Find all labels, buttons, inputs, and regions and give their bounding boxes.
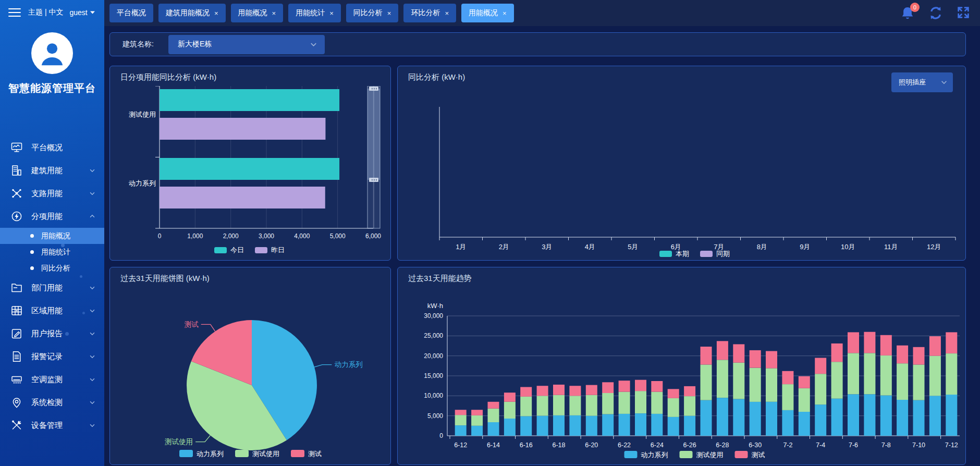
datazoom-slider[interactable] bbox=[368, 86, 380, 228]
report-icon bbox=[10, 327, 23, 340]
theme-language-switch[interactable]: 主题 | 中文 bbox=[28, 8, 63, 17]
sidebar-item-建筑用能[interactable]: 建筑用能 bbox=[0, 159, 104, 182]
stacked-bar[interactable] bbox=[929, 336, 941, 436]
sidebar-subitem-同比分析[interactable]: 同比分析 bbox=[0, 260, 104, 276]
sidebar-item-空调监测[interactable]: 空调监测 bbox=[0, 368, 104, 391]
monitor-icon bbox=[10, 141, 23, 154]
stacked-bar[interactable] bbox=[913, 347, 925, 436]
tab-strip: 平台概况建筑用能概况×用能概况×用能统计×同比分析×环比分析×用能概况× bbox=[109, 4, 514, 22]
close-icon[interactable]: × bbox=[445, 9, 449, 17]
legend-entry[interactable]: 测试使用 bbox=[235, 450, 279, 458]
sidebar-item-label: 系统检测 bbox=[31, 398, 63, 408]
legend-entry[interactable]: 昨日 bbox=[255, 246, 285, 254]
stacked-bar[interactable] bbox=[488, 402, 499, 436]
stacked-bar[interactable] bbox=[766, 351, 777, 436]
stacked-bar[interactable] bbox=[537, 386, 548, 436]
close-icon[interactable]: × bbox=[329, 9, 334, 17]
svg-text:测试使用: 测试使用 bbox=[696, 451, 724, 459]
svg-text:动力系列: 动力系列 bbox=[197, 450, 224, 458]
stacked-bar[interactable] bbox=[619, 381, 630, 436]
svg-text:9月: 9月 bbox=[800, 243, 810, 251]
sidebar-subitem-用能统计[interactable]: 用能统计 bbox=[0, 244, 104, 260]
stacked-bar[interactable] bbox=[602, 382, 614, 436]
legend-entry[interactable]: 同期 bbox=[700, 250, 730, 257]
sidebar-menu: 平台概况建筑用能支路用能分项用能用能概况用能统计同比分析部门用能区域用能用户报告… bbox=[0, 136, 104, 437]
legend-entry[interactable]: 测试 bbox=[735, 451, 765, 459]
sidebar-subitem-用能概况[interactable]: 用能概况 bbox=[0, 228, 104, 244]
tab-平台概况[interactable]: 平台概况 bbox=[109, 4, 153, 22]
building-name-label: 建筑名称: bbox=[123, 40, 154, 49]
building-select[interactable]: 新大楼E栋 bbox=[168, 35, 325, 54]
svg-text:6-16: 6-16 bbox=[520, 442, 533, 449]
sidebar-item-支路用能[interactable]: 支路用能 bbox=[0, 182, 104, 205]
sidebar-item-平台概况[interactable]: 平台概况 bbox=[0, 136, 104, 159]
stacked-bar[interactable] bbox=[864, 332, 875, 436]
sidebar-item-设备管理[interactable]: 设备管理 bbox=[0, 414, 104, 437]
stacked-bar[interactable] bbox=[504, 393, 516, 436]
svg-text:6-22: 6-22 bbox=[618, 442, 631, 449]
refresh-icon[interactable] bbox=[928, 5, 944, 21]
close-icon[interactable]: × bbox=[272, 9, 276, 17]
bell-icon[interactable]: 0 bbox=[900, 5, 915, 21]
svg-text:测试使用: 测试使用 bbox=[165, 438, 193, 446]
stacked-bar[interactable] bbox=[684, 386, 695, 436]
stacked-bar[interactable] bbox=[815, 358, 826, 436]
stacked-bar[interactable] bbox=[897, 346, 908, 436]
sidebar-item-分项用能[interactable]: 分项用能 bbox=[0, 205, 104, 228]
stacked-bar[interactable] bbox=[717, 341, 728, 436]
legend-entry[interactable]: 动力系列 bbox=[624, 451, 668, 459]
stacked-bar[interactable] bbox=[455, 410, 467, 436]
stacked-bar[interactable] bbox=[848, 332, 859, 436]
stacked-bar[interactable] bbox=[782, 371, 793, 436]
stacked-bar[interactable] bbox=[553, 385, 565, 436]
sidebar-item-系统检测[interactable]: 系统检测 bbox=[0, 391, 104, 414]
sidebar-item-报警记录[interactable]: 报警记录 bbox=[0, 345, 104, 368]
legend-entry[interactable]: 动力系列 bbox=[179, 450, 224, 458]
svg-text:6-24: 6-24 bbox=[651, 442, 664, 449]
user-menu[interactable]: guest bbox=[69, 8, 95, 17]
sidebar-item-label: 空调监测 bbox=[31, 375, 63, 385]
tab-用能概况[interactable]: 用能概况× bbox=[231, 4, 284, 22]
sidebar-item-区域用能[interactable]: 区域用能 bbox=[0, 299, 104, 322]
stacked-bar[interactable] bbox=[799, 376, 810, 436]
close-icon[interactable]: × bbox=[214, 9, 218, 17]
tab-环比分析[interactable]: 环比分析× bbox=[403, 4, 456, 22]
stacked-bar[interactable] bbox=[880, 335, 892, 436]
stacked-bar[interactable] bbox=[586, 385, 597, 436]
stacked-bar[interactable] bbox=[569, 386, 581, 436]
svg-text:测试使用: 测试使用 bbox=[129, 111, 156, 118]
legend-entry[interactable]: 测试 bbox=[291, 450, 322, 458]
close-icon[interactable]: × bbox=[387, 9, 391, 17]
building-icon bbox=[10, 164, 23, 177]
stacked-bar[interactable] bbox=[946, 332, 957, 436]
stacked-bar[interactable] bbox=[750, 350, 761, 436]
svg-text:15,000: 15,000 bbox=[424, 372, 443, 379]
tab-同比分析[interactable]: 同比分析× bbox=[346, 4, 399, 22]
app-root: 主题 | 中文 guest 智慧能源管理平台 平台概况建筑用能支路用能分项用能用… bbox=[0, 0, 980, 466]
sidebar-item-部门用能[interactable]: 部门用能 bbox=[0, 276, 104, 299]
h-bar bbox=[160, 89, 339, 111]
stacked-bar[interactable] bbox=[635, 380, 646, 436]
legend-entry[interactable]: 测试使用 bbox=[680, 451, 724, 459]
fullscreen-icon[interactable] bbox=[956, 5, 972, 21]
stacked-bar[interactable] bbox=[701, 347, 712, 436]
stacked-bar[interactable] bbox=[831, 344, 843, 436]
tab-建筑用能概况[interactable]: 建筑用能概况× bbox=[158, 4, 226, 22]
close-icon[interactable]: × bbox=[503, 9, 507, 17]
stacked-bar[interactable] bbox=[668, 389, 679, 436]
system-icon bbox=[10, 396, 23, 409]
stacked-bar[interactable] bbox=[520, 387, 532, 436]
stacked-bar[interactable] bbox=[651, 381, 663, 436]
tab-用能概况[interactable]: 用能概况× bbox=[461, 4, 514, 22]
legend-entry[interactable]: 今日 bbox=[214, 246, 244, 254]
panel-title: 过去31天用能饼图 (kW·h) bbox=[120, 274, 210, 284]
tab-用能统计[interactable]: 用能统计× bbox=[288, 4, 341, 22]
pie-chart: 动力系列测试使用测试动力系列测试使用测试 bbox=[110, 287, 391, 465]
stacked-bar[interactable] bbox=[733, 344, 744, 436]
sidebar-item-用户报告[interactable]: 用户报告 bbox=[0, 322, 104, 345]
legend-entry[interactable]: 本期 bbox=[659, 250, 689, 257]
svg-text:0: 0 bbox=[439, 432, 443, 439]
stacked-bar[interactable] bbox=[471, 410, 483, 436]
hamburger-menu-icon[interactable] bbox=[8, 6, 21, 19]
building-icon bbox=[10, 164, 23, 177]
